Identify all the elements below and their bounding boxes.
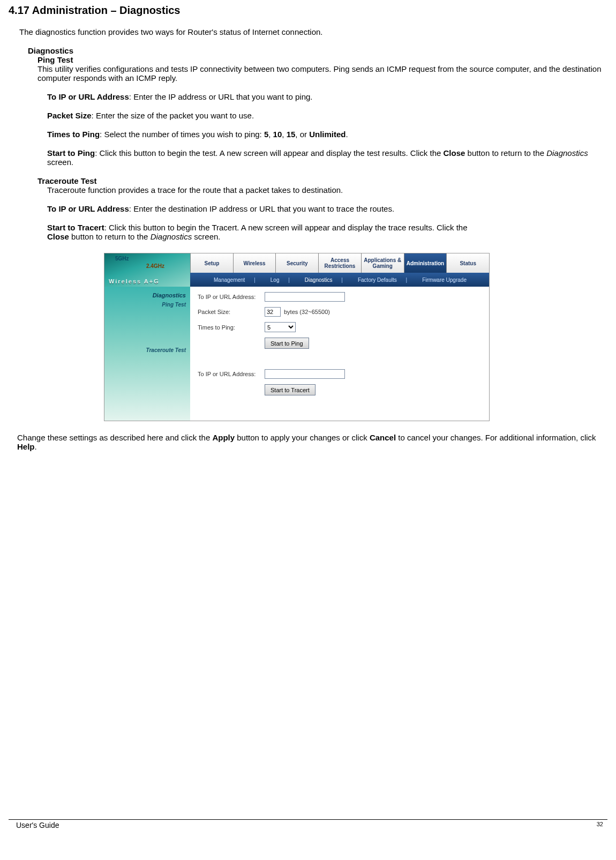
start-tracert-text-c: screen.	[192, 232, 220, 241]
footer-page-number: 32	[597, 821, 603, 829]
times-text-a: : Select the number of times you wish to…	[100, 130, 264, 139]
intro-text: The diagnostics function provides two wa…	[19, 27, 607, 36]
subtab-management[interactable]: Management	[214, 277, 256, 283]
closing-b: button to apply your changes or click	[235, 433, 370, 442]
opt-15: 15	[287, 130, 296, 139]
start-ping-text-c: screen.	[47, 158, 73, 167]
times-to-ping-select[interactable]: 5	[265, 322, 296, 332]
ping-test-heading: Ping Test	[37, 55, 607, 64]
main-tabs: Setup Wireless Security Access Restricti…	[190, 253, 489, 273]
start-to-tracert-button[interactable]: Start to Tracert	[265, 384, 315, 395]
packet-size-text: : Enter the size of the packet you want …	[92, 111, 254, 120]
times-to-ping-para: Times to Ping: Select the number of time…	[47, 130, 607, 139]
sidebar-diagnostics: Diagnostics	[104, 292, 186, 298]
sidebar-ping-test: Ping Test	[104, 302, 186, 308]
ping-test-desc: This utility verifies configurations and…	[37, 64, 607, 83]
tab-status[interactable]: Status	[446, 253, 489, 273]
start-ping-text-a: : Click this button to begin the test. A…	[95, 148, 443, 158]
close-label-2: Close	[47, 232, 69, 241]
close-label-1: Close	[444, 148, 465, 158]
band-5ghz: 5GHz	[115, 256, 129, 261]
subtab-firmware-upgrade[interactable]: Firmware Upgrade	[422, 277, 467, 283]
router-sidebar: Diagnostics Ping Test Traceroute Test	[104, 287, 190, 421]
form-times-label: Times to Ping:	[198, 324, 265, 331]
form-packet-label: Packet Size:	[198, 309, 265, 315]
ping-ip-label: To IP or URL Address	[47, 92, 129, 101]
router-form-area: To IP or URL Address: Packet Size: bytes…	[190, 287, 489, 421]
sub-tabs: Management Log Diagnostics Factory Defau…	[190, 273, 489, 287]
apply-word: Apply	[212, 433, 235, 442]
diagnostics-heading: Diagnostics	[28, 46, 607, 55]
section-heading: 4.17 Administration – Diagnostics	[9, 4, 607, 17]
closing-para: Change these settings as described here …	[17, 433, 607, 451]
start-ping-label: Start to Ping	[47, 148, 95, 158]
footer-guide: User's Guide	[16, 821, 59, 829]
start-ping-text-b: button to return to the	[465, 148, 546, 158]
subtab-log[interactable]: Log	[271, 277, 290, 283]
packet-size-label: Packet Size	[47, 111, 92, 120]
tab-setup[interactable]: Setup	[190, 253, 233, 273]
router-screenshot: 5GHz 2.4GHz Wireless A+G Setup Wireless …	[104, 253, 490, 421]
closing-a: Change these settings as described here …	[17, 433, 212, 442]
opt-10: 10	[273, 130, 282, 139]
cancel-word: Cancel	[370, 433, 396, 442]
start-to-ping-button[interactable]: Start to Ping	[265, 338, 309, 349]
times-label: Times to Ping	[47, 130, 100, 139]
tab-applications-gaming[interactable]: Applications & Gaming	[361, 253, 404, 273]
ping-ip-text: : Enter the IP address or URL that you w…	[129, 92, 313, 101]
packet-size-para: Packet Size: Enter the size of the packe…	[47, 111, 607, 120]
logo-text: Wireless A+G	[109, 278, 160, 285]
sidebar-traceroute-test: Traceroute Test	[104, 347, 186, 353]
start-tracert-text-b: button to return to the	[69, 232, 151, 241]
start-tracert-para: Start to Tracert: Click this button to b…	[47, 223, 607, 241]
tab-security[interactable]: Security	[275, 253, 318, 273]
diag-italic-2: Diagnostics	[151, 232, 192, 241]
tab-access-restrictions[interactable]: Access Restrictions	[318, 253, 361, 273]
page-footer: User's Guide 32	[9, 819, 607, 829]
start-tracert-label: Start to Tracert	[47, 223, 104, 232]
opt-5: 5	[264, 130, 268, 139]
band-24ghz: 2.4GHz	[146, 263, 164, 269]
closing-c: to cancel your changes. For additional i…	[396, 433, 596, 442]
traceroute-desc: Traceroute function provides a trace for…	[47, 185, 607, 195]
trace-ip-para: To IP or URL Address: Enter the destinat…	[47, 204, 607, 213]
tracert-ip-input[interactable]	[265, 369, 345, 379]
packet-size-note: bytes (32~65500)	[284, 309, 330, 315]
ping-ip-input[interactable]	[265, 292, 345, 302]
help-word: Help	[17, 442, 35, 451]
ping-ip-para: To IP or URL Address: Enter the IP addre…	[47, 92, 607, 101]
diag-italic-1: Diagnostics	[546, 148, 588, 158]
opt-unlimited: Unlimited	[309, 130, 345, 139]
subtab-diagnostics[interactable]: Diagnostics	[305, 277, 343, 283]
router-logo: 5GHz 2.4GHz Wireless A+G	[104, 253, 190, 287]
closing-d: .	[35, 442, 37, 451]
subtab-factory-defaults[interactable]: Factory Defaults	[358, 277, 407, 283]
tab-wireless[interactable]: Wireless	[233, 253, 276, 273]
tab-administration[interactable]: Administration	[404, 253, 447, 273]
start-to-ping-para: Start to Ping: Click this button to begi…	[47, 148, 607, 167]
start-tracert-text-a: : Click this button to begin the Tracert…	[104, 223, 468, 232]
traceroute-heading: Traceroute Test	[37, 176, 607, 185]
trace-ip-text: : Enter the destination IP address or UR…	[129, 204, 394, 213]
form-trace-ip-label: To IP or URL Address:	[198, 371, 265, 377]
packet-size-input[interactable]	[265, 307, 281, 317]
form-ip-label: To IP or URL Address:	[198, 294, 265, 300]
trace-ip-label: To IP or URL Address	[47, 204, 129, 213]
